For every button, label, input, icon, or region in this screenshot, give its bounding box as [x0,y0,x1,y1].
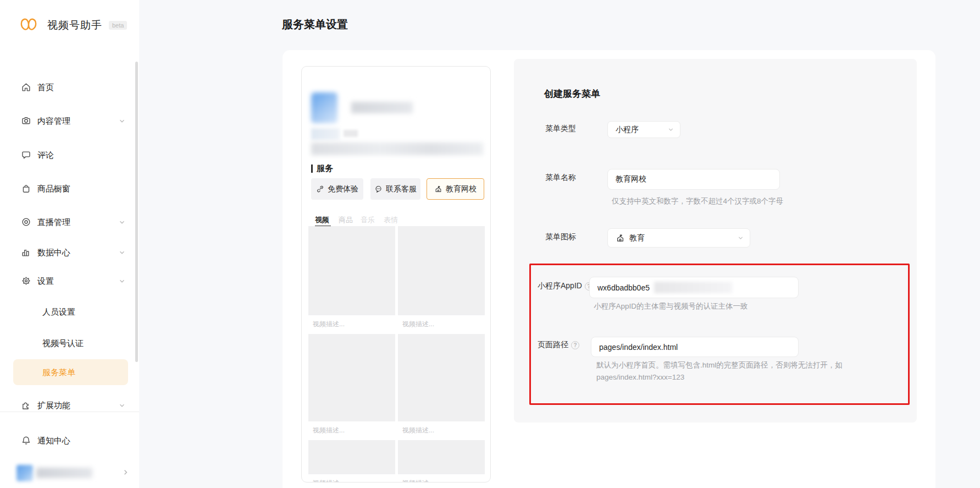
home-icon [21,82,31,92]
menu-type-select[interactable]: 小程序 [607,121,680,138]
sidebar-scrollbar[interactable] [135,62,138,362]
video-thumbnail-placeholder [398,440,485,474]
page-path-label: 页面路径 ? [538,340,579,350]
service-button-label: 免费体验 [328,184,358,194]
chevron-down-icon [119,402,125,409]
menu-name-label: 菜单名称 [545,173,576,183]
beta-badge: beta [109,21,127,30]
chevron-down-icon [119,278,125,284]
link-icon [316,185,324,193]
section-accent-bar [311,165,313,173]
channel-description-redacted [311,142,483,155]
sidebar-item-live[interactable]: 直播管理 [0,215,139,229]
sidebar-item-comments[interactable]: 评论 [0,148,139,162]
sidebar-item-label: 直播管理 [37,217,70,228]
sidebar-item-label: 商品橱窗 [37,183,70,194]
menu-icon-label: 菜单图标 [545,232,576,242]
service-button-free-trial[interactable]: 免费体验 [311,178,363,200]
school-icon [434,185,442,193]
label-text: 菜单图标 [545,232,576,242]
preview-tab-videos[interactable]: 视频 [315,215,329,225]
service-button-label: 教育网校 [446,184,477,194]
service-button-contact-support[interactable]: 联系客服 [370,178,420,200]
channel-avatar [311,92,337,123]
video-thumbnail-placeholder [308,440,395,474]
chevron-down-icon [738,235,744,241]
sidebar-item-label: 设置 [37,276,54,287]
video-caption: 视频描述... [398,315,485,333]
menu-type-label: 菜单类型 [545,124,576,134]
sidebar-item-label: 评论 [37,150,54,161]
sidebar-item-home[interactable]: 首页 [0,80,139,95]
preview-tab-music[interactable]: 音乐 [361,215,375,225]
sidebar-item-notification-center[interactable]: 通知中心 [0,434,139,448]
sidebar: 视频号助手 beta 首页 内容管理 评论 商品橱窗 直播管理 数据中心 [0,0,139,488]
sidebar-item-label: 通知中心 [37,435,70,446]
label-text: 菜单名称 [545,173,576,183]
video-caption: 视频描述... [308,421,395,439]
chevron-down-icon [119,249,125,256]
page-path-input[interactable] [591,337,799,357]
video-thumbnail-placeholder [398,226,485,315]
sidebar-item-label: 内容管理 [37,116,70,127]
channel-badge-redacted [311,128,340,140]
video-grid: 视频描述... 视频描述... 视频描述... 视频描述... 视频描述... … [308,226,485,482]
appid-redacted-overlay [654,282,732,293]
app-root: 视频号助手 beta 首页 内容管理 评论 商品橱窗 直播管理 数据中心 [0,0,980,488]
sidebar-item-label: 数据中心 [37,247,70,258]
sidebar-item-extensions[interactable]: 扩展功能 [0,398,139,413]
appid-hint: 小程序AppID的主体需与视频号的认证主体一致 [594,301,748,311]
sidebar-subitem-service-menu-active[interactable]: 服务菜单 [13,359,128,385]
sidebar-item-label: 首页 [37,82,54,93]
bar-chart-icon [21,247,31,257]
selected-value: 教育 [629,233,645,243]
menu-name-input[interactable] [607,169,780,190]
chevron-down-icon [668,127,674,133]
video-thumbnail-placeholder [308,334,395,421]
school-icon [616,233,625,243]
page-path-hint-line2: pages/index.html?xxx=123 [596,373,684,381]
service-button-label: 联系客服 [386,184,417,194]
sidebar-subitem-channel-verification[interactable]: 视频号认证 [42,338,84,349]
sidebar-item-label: 扩展功能 [37,400,70,411]
chevron-down-icon [119,118,125,124]
page-title: 服务菜单设置 [282,17,348,32]
video-caption: 视频描述... [308,474,395,482]
service-section-header: 服务 [311,163,333,174]
camera-icon [21,116,31,126]
selected-value: 小程序 [616,125,639,135]
video-caption: 视频描述... [308,315,395,333]
video-thumbnail-placeholder [398,334,485,421]
chevron-right-icon [122,469,129,476]
appid-label: 小程序AppID ? [538,281,593,291]
create-service-menu-panel: 创建服务菜单 菜单类型 小程序 菜单名称 仅支持中英文和数字，字数不超过4个汉字… [514,59,917,423]
video-thumbnail-placeholder [308,226,395,315]
preview-tab-goods[interactable]: 商品 [339,215,353,225]
comment-icon [21,150,31,160]
video-caption: 视频描述... [398,421,485,439]
video-caption: 视频描述... [398,474,485,482]
channels-logo-icon [18,14,39,36]
label-text: 小程序AppID [538,281,582,291]
profile-preview-panel: 服务 免费体验 联系客服 教育网校 视频 商品 音乐 表情 视频描述... 视频… [301,66,491,482]
sidebar-divider [0,412,139,412]
chevron-down-icon [119,219,125,226]
page-path-hint-line1: 默认为小程序首页。需填写包含.html的完整页面路径，否则将无法打开，如 [596,360,843,370]
service-section-title: 服务 [317,163,333,174]
account-switcher[interactable] [16,465,132,481]
app-title: 视频号助手 [47,18,102,32]
sidebar-item-data-center[interactable]: 数据中心 [0,245,139,260]
sidebar-subitem-staff-settings[interactable]: 人员设置 [42,307,75,317]
service-button-education-selected[interactable]: 教育网校 [427,178,484,200]
label-text: 菜单类型 [545,124,576,134]
gear-icon [21,276,31,286]
preview-tab-stickers[interactable]: 表情 [384,215,398,225]
menu-icon-select[interactable]: 教育 [607,228,750,248]
sidebar-subitem-label: 服务菜单 [42,359,75,385]
sidebar-item-settings[interactable]: 设置 [0,274,139,288]
label-text: 页面路径 [538,340,568,350]
sidebar-item-shop-window[interactable]: 商品橱窗 [0,182,139,196]
help-icon[interactable]: ? [571,341,579,349]
shopping-bag-icon [21,183,31,194]
sidebar-item-content[interactable]: 内容管理 [0,114,139,128]
